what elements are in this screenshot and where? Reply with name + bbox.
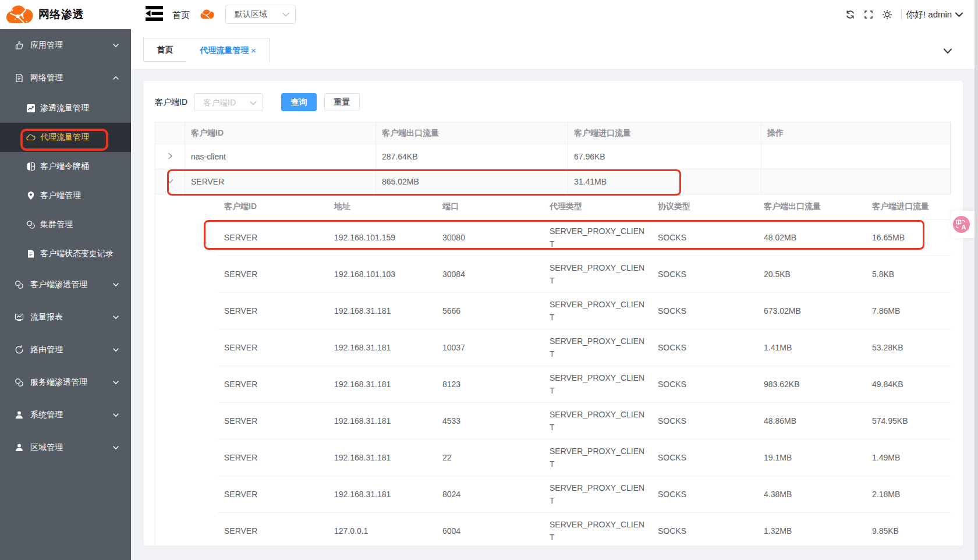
svg-text:A: A [962,224,966,231]
